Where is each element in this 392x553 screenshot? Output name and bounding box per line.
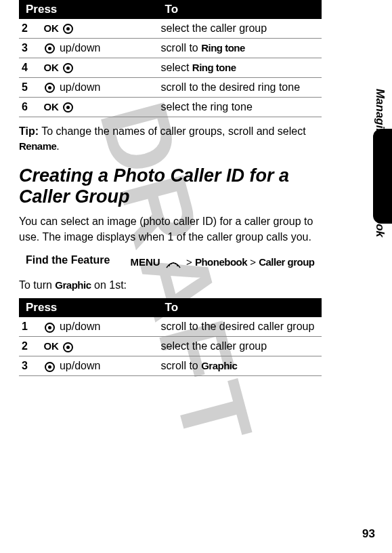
- table-row: 3 up/down scroll to Ring tone: [19, 39, 322, 58]
- table1-header-press: Press: [19, 0, 158, 19]
- table-row: 5 up/down scroll to the desired ring ton…: [19, 78, 322, 98]
- table2-header-press: Press: [19, 298, 158, 317]
- nav-icon: [63, 24, 73, 34]
- step-number: 2: [22, 340, 41, 352]
- tip-label: Tip:: [19, 125, 39, 137]
- body-paragraph: You can select an image (photo caller ID…: [19, 214, 322, 245]
- side-label: Managing Your Phonebook: [373, 89, 387, 237]
- page-content: Press To 2 OK select the caller group 3 …: [0, 0, 335, 376]
- step-desc: select the ring tone: [158, 98, 322, 117]
- step-number: 6: [22, 101, 41, 113]
- find-feature-path: MENU > Phonebook > Caller group: [130, 254, 314, 270]
- nav-icon: [45, 83, 55, 93]
- updown-label: up/down: [60, 42, 101, 54]
- svg-point-0: [169, 265, 170, 266]
- table-row: 2 OK select the caller group: [19, 337, 322, 356]
- ok-key: OK: [43, 340, 59, 352]
- nav-icon: [45, 362, 55, 372]
- step-number: 3: [22, 42, 41, 54]
- tip-paragraph: Tip: To change the names of caller group…: [19, 124, 322, 153]
- nav-icon: [63, 342, 73, 352]
- instruction-table-2: Press To 1 up/down scroll to the desired…: [19, 298, 322, 376]
- nav-icon: [45, 323, 55, 333]
- updown-label: up/down: [60, 81, 101, 93]
- nav-icon: [63, 102, 73, 112]
- find-feature-block: Find the Feature MENU > Phonebook > Call…: [19, 254, 322, 270]
- section-heading: Creating a Photo Caller ID for a Caller …: [19, 165, 322, 207]
- find-feature-label: Find the Feature: [19, 254, 110, 266]
- menu-key: MENU: [130, 256, 160, 268]
- ok-key: OK: [43, 22, 59, 34]
- svg-point-1: [171, 263, 172, 264]
- table-row: 2 OK select the caller group: [19, 19, 322, 39]
- step-desc: select the caller group: [158, 337, 322, 356]
- svg-point-2: [173, 262, 174, 264]
- turn-on-text: To turn Graphic on 1st:: [19, 279, 322, 291]
- step-number: 4: [22, 62, 41, 74]
- svg-point-4: [177, 265, 178, 266]
- step-desc: scroll to Graphic: [158, 356, 322, 376]
- nav-icon: [63, 63, 73, 73]
- step-number: 5: [22, 81, 41, 94]
- table-row: 1 up/down scroll to the desired caller g…: [19, 317, 322, 337]
- table-row: 3 up/down scroll to Graphic: [19, 356, 322, 376]
- page-number: 93: [362, 527, 375, 541]
- step-desc: scroll to Ring tone: [158, 39, 322, 58]
- table-row: 4 OK select Ring tone: [19, 58, 322, 78]
- updown-label: up/down: [60, 360, 101, 371]
- table2-header-to: To: [158, 298, 322, 317]
- step-number: 3: [22, 360, 41, 372]
- svg-point-3: [175, 263, 176, 264]
- step-number: 2: [22, 22, 41, 35]
- menu-icon: [165, 257, 181, 269]
- table1-header-to: To: [158, 0, 322, 19]
- step-desc: select Ring tone: [158, 58, 322, 78]
- step-desc: select the caller group: [158, 19, 322, 39]
- table-row: 6 OK select the ring tone: [19, 98, 322, 117]
- step-number: 1: [22, 321, 41, 333]
- instruction-table-1: Press To 2 OK select the caller group 3 …: [19, 0, 322, 117]
- nav-icon: [45, 43, 55, 54]
- step-desc: scroll to the desired ring tone: [158, 78, 322, 98]
- ok-key: OK: [43, 101, 59, 112]
- ok-key: OK: [43, 62, 59, 73]
- step-desc: scroll to the desired caller group: [158, 317, 322, 337]
- updown-label: up/down: [60, 321, 101, 332]
